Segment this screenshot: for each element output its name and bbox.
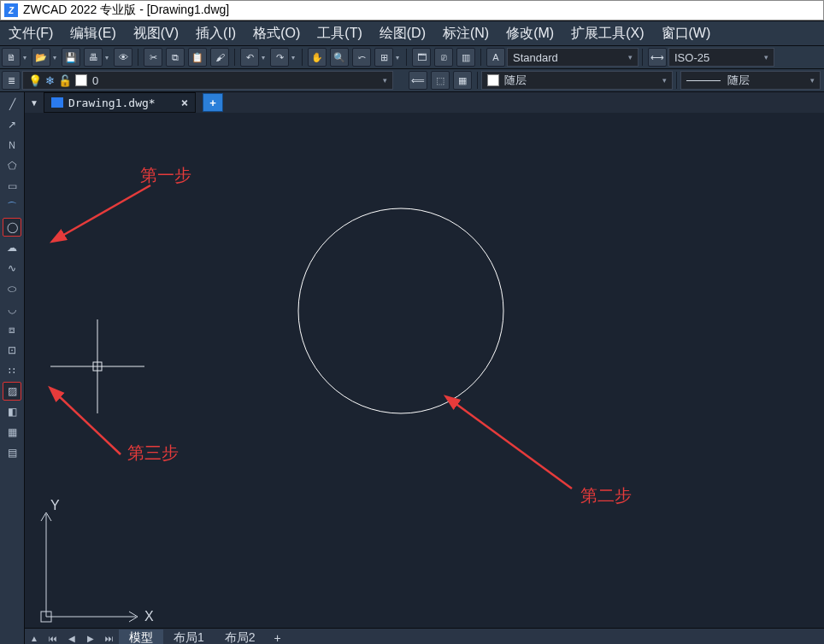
- paste-icon[interactable]: 📋: [188, 48, 207, 67]
- layout-nav-prev-icon[interactable]: ◀: [63, 630, 80, 644]
- step1-arrow-icon: [61, 185, 150, 237]
- menu-file[interactable]: 文件(F): [0, 25, 62, 43]
- zoom-realtime-icon[interactable]: 🔍: [330, 48, 349, 67]
- makeblock-tool-icon[interactable]: ⊡: [3, 341, 21, 360]
- pan-icon[interactable]: ✋: [308, 48, 327, 67]
- linetype-combo[interactable]: 随层 ▾: [680, 71, 821, 90]
- new-drop-icon[interactable]: ▾: [22, 49, 27, 66]
- app-logo-icon: Z: [4, 3, 18, 17]
- undo-drop-icon[interactable]: ▾: [261, 49, 266, 66]
- print-drop-icon[interactable]: ▾: [104, 49, 109, 66]
- ucs-y-label: Y: [50, 498, 60, 512]
- close-tab-icon[interactable]: ×: [181, 96, 188, 109]
- layout-tab-model[interactable]: 模型: [119, 629, 163, 644]
- circle-tool-icon[interactable]: ◯: [3, 218, 21, 237]
- hatch-tool-icon[interactable]: ▨: [3, 382, 21, 401]
- linetype-preview-icon: [686, 80, 721, 81]
- color-swatch-icon: [487, 74, 499, 86]
- insertblock-tool-icon[interactable]: ⧈: [3, 320, 21, 339]
- menu-edit[interactable]: 编辑(E): [62, 25, 124, 43]
- textstyle-combo[interactable]: Standard▾: [507, 48, 639, 67]
- layout-nav-next-icon[interactable]: ▶: [82, 630, 99, 644]
- layout-add-button[interactable]: +: [266, 629, 290, 644]
- print-icon[interactable]: 🖶: [84, 48, 103, 67]
- textstyle-icon[interactable]: A: [486, 48, 505, 67]
- menu-draw[interactable]: 绘图(D): [371, 25, 434, 43]
- layer-toolbar: ≣ 💡 ❄ 🔓 0 ▾ ⟸ ⬚ ▦ 随层 ▾ 随层 ▾: [0, 69, 824, 92]
- redo-icon[interactable]: ↷: [270, 48, 289, 67]
- layerprev-icon[interactable]: ⟸: [409, 71, 427, 90]
- layout-tab-layout2[interactable]: 布局2: [215, 629, 266, 644]
- rectangle-tool-icon[interactable]: ▭: [3, 177, 21, 196]
- layout-nav-first-icon[interactable]: ⏮: [44, 630, 62, 644]
- line-tool-icon[interactable]: ╱: [3, 95, 21, 114]
- toolpalettes-icon[interactable]: ▥: [456, 48, 475, 67]
- menu-view[interactable]: 视图(V): [125, 25, 187, 43]
- preview-icon[interactable]: 👁: [114, 48, 132, 67]
- layermgr-icon[interactable]: ≣: [2, 71, 21, 90]
- arc-tool-icon[interactable]: ⌒: [3, 197, 21, 216]
- save-icon[interactable]: 💾: [62, 48, 80, 67]
- point-tool-icon[interactable]: ∷: [3, 361, 21, 380]
- gradient-tool-icon[interactable]: ◧: [3, 402, 21, 421]
- menu-format[interactable]: 格式(O): [244, 25, 309, 43]
- bulb-icon: 💡: [28, 74, 42, 87]
- window-title: ZWCAD 2022 专业版 - [Drawing1.dwg]: [23, 3, 229, 18]
- menu-window[interactable]: 窗口(W): [653, 25, 720, 43]
- doc-tab[interactable]: Drawing1.dwg* ×: [44, 92, 196, 113]
- doctab-collapse-icon[interactable]: ▼: [30, 98, 38, 108]
- revcloud-tool-icon[interactable]: ☁: [3, 238, 21, 257]
- copy-icon[interactable]: ⧉: [166, 48, 185, 67]
- ellipsearc-tool-icon[interactable]: ◡: [3, 300, 21, 319]
- crosshair-cursor-icon: [50, 319, 144, 413]
- menu-bar: 文件(F) 编辑(E) 视图(V) 插入(I) 格式(O) 工具(T) 绘图(D…: [0, 20, 824, 46]
- layercolor-swatch-icon: [75, 74, 87, 86]
- designcenter-icon[interactable]: ⎚: [434, 48, 453, 67]
- chevron-down-icon: ▾: [662, 76, 667, 85]
- properties-icon[interactable]: 🗔: [412, 48, 431, 67]
- doc-tab-label: Drawing1.dwg*: [68, 97, 156, 109]
- zoom-prev-icon[interactable]: ⤺: [352, 48, 371, 67]
- open-drop-icon[interactable]: ▾: [52, 49, 57, 66]
- menu-insert[interactable]: 插入(I): [187, 25, 244, 43]
- viewport[interactable]: X Y 第一步 第二步 第三步: [25, 113, 824, 629]
- region-tool-icon[interactable]: ▦: [3, 423, 21, 442]
- polyline-tool-icon[interactable]: Ｎ: [3, 136, 21, 155]
- menu-tools[interactable]: 工具(T): [309, 25, 370, 43]
- spline-tool-icon[interactable]: ∿: [3, 259, 21, 278]
- xline-tool-icon[interactable]: ↗: [3, 115, 21, 134]
- zoom-window-icon[interactable]: ⊞: [374, 48, 393, 67]
- dimstyle-combo[interactable]: ISO-25▾: [668, 48, 774, 67]
- standard-toolbar: 🗎▾ 📂▾ 💾 🖶▾ 👁 ✂ ⧉ 📋 🖌 ↶▾ ↷▾ ✋ 🔍 ⤺ ⊞▾ 🗔 ⎚ …: [0, 46, 824, 69]
- step2-arrow-icon: [454, 402, 572, 489]
- freeze-icon: ❄: [45, 74, 55, 87]
- menu-dimension[interactable]: 标注(N): [434, 25, 497, 43]
- table-tool-icon[interactable]: ▤: [3, 443, 21, 462]
- doc-tabbar: ▼ Drawing1.dwg* × +: [25, 92, 824, 114]
- layout-tab-layout1[interactable]: 布局1: [163, 629, 215, 644]
- cut-icon[interactable]: ✂: [144, 48, 162, 67]
- undo-icon[interactable]: ↶: [240, 48, 259, 67]
- menu-express[interactable]: 扩展工具(X): [562, 25, 652, 43]
- matchprop-icon[interactable]: 🖌: [210, 48, 229, 67]
- chevron-down-icon: ▾: [628, 53, 633, 61]
- redo-drop-icon[interactable]: ▾: [291, 49, 296, 66]
- layout-nav-last-icon[interactable]: ⏭: [101, 630, 118, 644]
- new-icon[interactable]: 🗎: [2, 48, 21, 67]
- layeriso-icon[interactable]: ⬚: [431, 71, 450, 90]
- menu-modify[interactable]: 修改(M): [497, 25, 562, 43]
- layout-nav-up-icon[interactable]: ▲: [26, 630, 43, 644]
- ellipse-tool-icon[interactable]: ⬭: [3, 279, 21, 298]
- color-bylayer-combo[interactable]: 随层 ▾: [481, 71, 673, 90]
- draw-toolbar: ╱ ↗ Ｎ ⬠ ▭ ⌒ ◯ ☁ ∿ ⬭ ◡ ⧈ ⊡ ∷ ▨ ◧ ▦ ▤: [0, 92, 25, 644]
- layerend-icon[interactable]: ▦: [453, 71, 472, 90]
- open-icon[interactable]: 📂: [32, 48, 50, 67]
- drawn-circle[interactable]: [298, 208, 503, 413]
- polygon-tool-icon[interactable]: ⬠: [3, 156, 21, 175]
- layer-combo[interactable]: 💡 ❄ 🔓 0 ▾: [22, 71, 393, 90]
- zoom-drop-icon[interactable]: ▾: [395, 49, 400, 66]
- drawing-area: ▼ Drawing1.dwg* × +: [25, 92, 824, 644]
- dimstyle-icon[interactable]: ⟷: [648, 48, 667, 67]
- dimstyle-value: ISO-25: [674, 51, 709, 64]
- add-tab-button[interactable]: +: [203, 93, 223, 112]
